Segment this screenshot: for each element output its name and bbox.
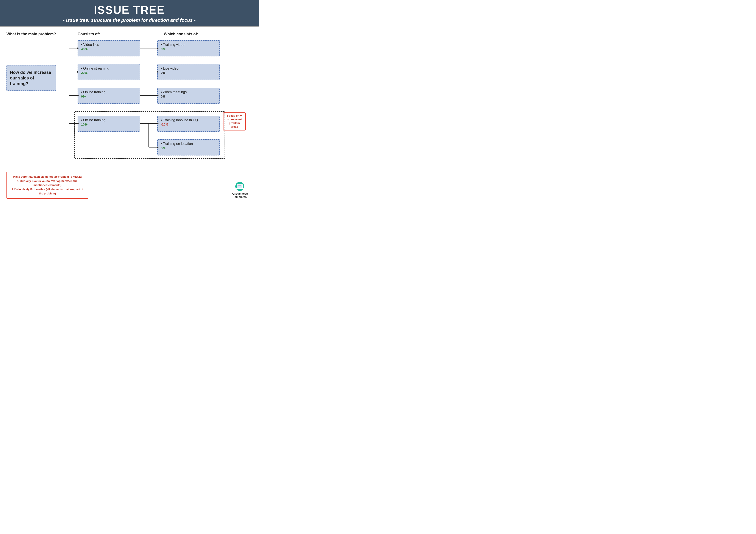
right-item-0-label: • Training video (161, 43, 216, 47)
mid-item-0: • Video files 40% (78, 40, 140, 56)
main-problem-box: How do we increase our sales of training… (7, 65, 56, 91)
right-item-2-label: • Zoom meetings (161, 90, 216, 94)
page-title: ISSUE TREE (4, 4, 254, 16)
mid-item-2: • Online training 0% (78, 88, 140, 104)
mece-note-text: Make sure that each element/sub-problem … (10, 175, 85, 196)
right-item-2: • Zoom meetings 0% (157, 88, 220, 104)
svg-rect-28 (238, 186, 240, 186)
mid-item-2-label: • Online training (81, 90, 137, 94)
right-item-4-pct: 5% (161, 146, 216, 150)
tree-area: How do we increase our sales of training… (7, 40, 252, 165)
logo-area: AllBusiness Templates (232, 181, 248, 199)
mid-item-3-label: • Offline training (81, 118, 137, 122)
right-item-1: • Live video 0% (157, 64, 220, 80)
bullet-3: • (81, 118, 83, 122)
bullet-0: • (81, 43, 83, 46)
right-item-2-pct: 0% (161, 94, 216, 98)
right-item-1-pct: 0% (161, 71, 216, 74)
right-item-3-label: • Training inhouse in HQ (161, 118, 216, 122)
logo-text: AllBusiness Templates (232, 192, 248, 199)
right-item-3: • Training inhouse in HQ -20% (157, 115, 220, 132)
mid-item-1: • Online streaming 20% (78, 64, 140, 80)
mid-item-0-pct: 40% (81, 47, 137, 51)
bullet-2: • (81, 90, 83, 94)
column-headers: What is the main problem? Consists of: W… (7, 32, 252, 37)
logo-icon (233, 181, 246, 192)
mid-item-1-pct: 20% (81, 71, 137, 74)
mid-item-2-pct: 0% (81, 94, 137, 98)
bottom-row: Make sure that each element/sub-problem … (7, 167, 252, 199)
page-subtitle: - Issue tree: structure the problem for … (4, 17, 254, 23)
col-header-problem: What is the main problem? (7, 32, 60, 37)
focus-label: Focus only on relevant problem areas (223, 113, 246, 131)
main-problem-text: How do we increase our sales of training… (10, 69, 53, 86)
mece-note-box: Make sure that each element/sub-problem … (7, 172, 88, 199)
mid-item-0-label: • Video files (81, 43, 137, 47)
mid-item-1-label: • Online streaming (81, 66, 137, 70)
col-header-which-consists: Which consists of: (164, 32, 198, 37)
header: ISSUE TREE - Issue tree: structure the p… (0, 0, 258, 26)
right-item-3-pct: -20% (161, 122, 216, 126)
bullet-1: • (81, 66, 83, 70)
main-content: What is the main problem? Consists of: W… (0, 27, 258, 203)
right-item-4-label: • Training on location (161, 142, 216, 146)
svg-rect-26 (236, 188, 244, 189)
right-item-1-label: • Live video (161, 66, 216, 70)
right-item-4: • Training on location 5% (157, 139, 220, 156)
page: ISSUE TREE - Issue tree: structure the p… (0, 0, 258, 203)
right-item-0-pct: 0% (161, 47, 216, 51)
mid-item-3-pct: 10% (81, 122, 137, 126)
mid-item-3: • Offline training 10% (78, 115, 140, 132)
right-item-0: • Training video 0% (157, 40, 220, 56)
col-header-consists: Consists of: (78, 32, 147, 37)
svg-rect-27 (238, 185, 241, 186)
